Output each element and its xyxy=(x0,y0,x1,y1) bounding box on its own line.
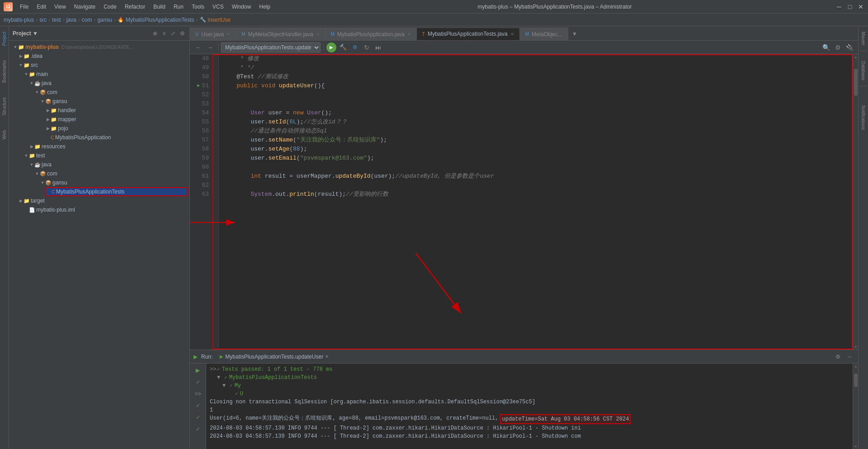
tree-item-pojo[interactable]: ▶ 📁 pojo xyxy=(9,124,189,133)
run-button[interactable]: ▶ xyxy=(326,43,336,52)
menu-help[interactable]: Help xyxy=(255,3,274,11)
run-settings-button[interactable]: ⚙ xyxy=(833,352,843,362)
tab-mybatisplustests-close[interactable]: ✕ xyxy=(510,32,514,37)
tree-item-resources[interactable]: ▶ 📁 resources xyxy=(9,142,189,151)
method-selector[interactable]: MybatisPlusApplicationTests.updateUser xyxy=(221,43,321,52)
tree-item-src[interactable]: ▼ 📁 src xyxy=(9,61,189,70)
run-check-button[interactable]: ✓ xyxy=(193,377,203,387)
breadcrumb-class[interactable]: MybatisPlusApplicationTests xyxy=(126,17,194,23)
collapse-all-button[interactable]: ≡ xyxy=(160,30,168,37)
breadcrumb-method[interactable]: insertUse xyxy=(208,17,231,23)
tree-item-com-test[interactable]: ▼ 📦 com xyxy=(9,169,189,178)
left-tab-structure[interactable]: Structure xyxy=(1,95,8,118)
breadcrumb-java[interactable]: java xyxy=(66,17,76,23)
left-tab-project[interactable]: Project xyxy=(1,30,8,47)
breadcrumb-project[interactable]: mybatis-plus xyxy=(4,17,34,23)
menu-window[interactable]: Window xyxy=(228,3,255,11)
tab-user-java[interactable]: U User.java ✕ xyxy=(190,28,236,40)
tree-item-target[interactable]: ▶ 📁 target xyxy=(9,196,189,205)
tab-mymetaobject-close[interactable]: ✕ xyxy=(316,32,320,37)
menu-file[interactable]: File xyxy=(16,3,32,11)
tab-metaobjec[interactable]: M MetaObjec... xyxy=(520,28,568,40)
right-tab-maven[interactable]: Maven xyxy=(860,30,867,47)
output-expand-btn[interactable]: >> xyxy=(210,365,215,373)
tab-mybatisplusapp[interactable]: M MybatisPlusApplication.java ✕ xyxy=(326,28,417,40)
tree-item-java-test[interactable]: ▼ ☕ java xyxy=(9,160,189,169)
right-tab-database[interactable]: Database xyxy=(860,59,867,82)
tree-item-main[interactable]: ▼ 📁 main xyxy=(9,70,189,79)
tree-item-gansu-main[interactable]: ▼ 📦 gansu xyxy=(9,97,189,106)
tree-expand-com-main: ▼ xyxy=(34,90,40,95)
reload-button[interactable]: ↻ xyxy=(362,43,372,52)
tab-overflow-button[interactable]: ▼ xyxy=(568,28,581,40)
left-tab-bookmarks[interactable]: Bookmarks xyxy=(1,58,8,85)
menu-build[interactable]: Build xyxy=(150,3,169,11)
tree-item-mybatisplusapp[interactable]: C MybatisPlusApplication xyxy=(9,133,189,142)
breadcrumb-test[interactable]: test xyxy=(52,17,61,23)
menu-code[interactable]: Code xyxy=(100,3,120,11)
code-content[interactable]: * 修改 * */ @Test //测试修改 public void updat… xyxy=(219,54,853,350)
tab-mybatisplusapp-close[interactable]: ✕ xyxy=(407,32,411,37)
run-minimize-button[interactable]: ─ xyxy=(844,352,854,362)
back-button[interactable]: ← xyxy=(193,43,203,52)
run-scroll-up[interactable]: ▲ xyxy=(853,364,858,369)
tab-mybatisplustests[interactable]: T MybatisPlusApplicationTests.java ✕ xyxy=(417,28,520,40)
editor-scrollbar[interactable]: ▲ ▼ xyxy=(853,54,858,350)
run-play-button[interactable]: ▶ xyxy=(193,365,203,375)
menu-run[interactable]: Run xyxy=(170,3,187,11)
tree-item-handler[interactable]: ▶ 📁 handler xyxy=(9,106,189,115)
forward-button[interactable]: → xyxy=(205,43,215,52)
breadcrumb-src[interactable]: src xyxy=(39,17,47,23)
tree-item-iml[interactable]: 📄 mybatis-plus.iml xyxy=(9,205,189,214)
tree-item-test[interactable]: ▼ 📁 test xyxy=(9,151,189,160)
locate-in-tree-button[interactable]: ⊕ xyxy=(151,30,159,37)
tab-mymetaobject[interactable]: M MyMetaObjectHandler.java ✕ xyxy=(236,28,325,40)
folder-icon: 📁 xyxy=(18,44,24,50)
run-scroll-down[interactable]: ▼ xyxy=(853,444,858,449)
settings-gear-button[interactable]: ⚙ xyxy=(833,43,843,52)
output-tree-1: ▼ ✓ MybatisPlusApplicationTests xyxy=(210,373,849,382)
tree-item-gansu-test[interactable]: ▼ 📦 gansu xyxy=(9,178,189,187)
tree-item-com-main[interactable]: ▼ 📦 com xyxy=(9,88,189,97)
expand-all-button[interactable]: ⤢ xyxy=(170,30,177,37)
more-run-button[interactable]: ⏭ xyxy=(373,43,383,52)
run-tab-label: MybatisPlusApplicationTests.updateUser xyxy=(225,354,323,360)
menu-refactor[interactable]: Refactor xyxy=(121,3,149,11)
menu-view[interactable]: View xyxy=(51,3,70,11)
run-tab-close[interactable]: ✕ xyxy=(325,354,329,359)
output-expand-1[interactable]: ▼ xyxy=(217,373,222,382)
menu-tools[interactable]: Tools xyxy=(188,3,208,11)
run-rerun-button[interactable]: >> xyxy=(193,389,203,399)
tree-item-java-main[interactable]: ▼ ☕ java xyxy=(9,79,189,88)
minimize-button[interactable]: ─ xyxy=(835,3,843,10)
menu-navigate[interactable]: Navigate xyxy=(71,3,99,11)
tab-user-close[interactable]: ✕ xyxy=(226,32,230,37)
scrollbar-thumb[interactable] xyxy=(854,69,858,96)
output-expand-2[interactable]: ▼ xyxy=(222,382,228,390)
test-folder-icon: 📁 xyxy=(29,153,35,159)
maximize-button[interactable]: □ xyxy=(846,3,854,10)
settings-button[interactable]: ⚙ xyxy=(179,30,186,37)
scrollbar-up-button[interactable]: ▲ xyxy=(853,54,858,60)
tree-item-idea[interactable]: ▶ 📁 .idea xyxy=(9,52,189,61)
search-button[interactable]: 🔍 xyxy=(821,43,831,52)
plugins-button[interactable]: 🔌 xyxy=(844,43,854,52)
tree-expand-main: ▼ xyxy=(24,72,29,76)
tree-item-mapper[interactable]: ▶ 📁 mapper xyxy=(9,115,189,124)
scrollbar-down-button[interactable]: ▼ xyxy=(853,344,858,350)
line-run-icon[interactable]: ▶ xyxy=(197,81,200,90)
run-tab-updateuser[interactable]: ▶ MybatisPlusApplicationTests.updateUser… xyxy=(216,350,332,364)
right-tab-notifications[interactable]: Notifications xyxy=(860,104,867,132)
debug-button[interactable]: ⚙ xyxy=(350,43,360,52)
close-button[interactable]: ✕ xyxy=(857,3,864,10)
breadcrumb-gansu[interactable]: gansu xyxy=(97,17,112,23)
breadcrumb-com[interactable]: com xyxy=(82,17,92,23)
build-button[interactable]: 🔨 xyxy=(338,43,348,52)
tree-item-mybatisplustests[interactable]: C MybatisPlusApplicationTests xyxy=(45,187,188,196)
tree-item-root[interactable]: ▼ 📁 mybatis-plus D:\develop\idealU-2024\… xyxy=(9,43,189,52)
menu-vcs[interactable]: VCS xyxy=(209,3,227,11)
code-line-50: @Test //测试修改 xyxy=(222,72,849,81)
run-scroll-thumb[interactable] xyxy=(854,373,858,387)
left-tab-web[interactable]: Web xyxy=(1,128,8,141)
menu-edit[interactable]: Edit xyxy=(33,3,50,11)
